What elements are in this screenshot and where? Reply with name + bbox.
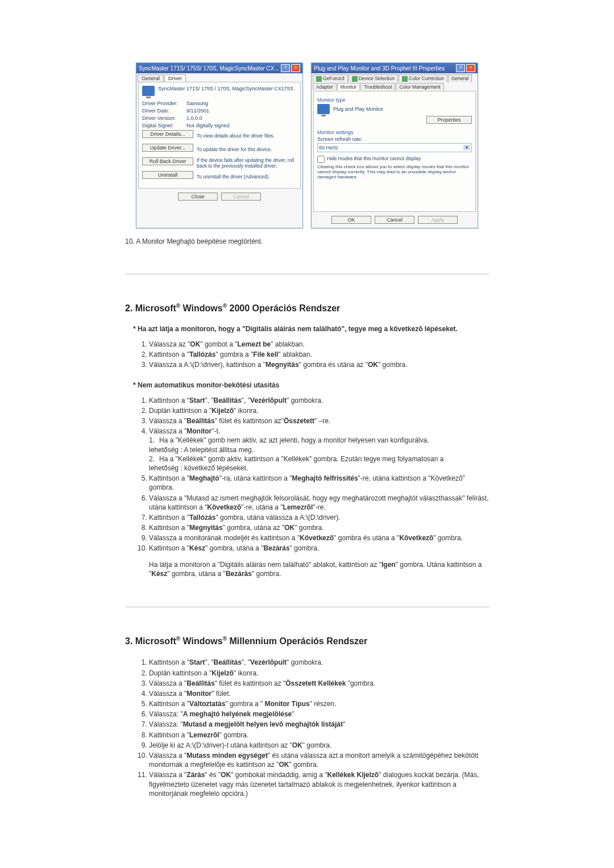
update-driver-button[interactable]: Update Driver...	[142, 144, 193, 152]
section-3-title: 3. Microsoft® Windows® Millennium Operác…	[125, 636, 489, 646]
monitor-pane: Monitor type Plug and Play Monitor Prope…	[313, 91, 476, 212]
nvidia-icon	[316, 76, 322, 82]
uninstall-button[interactable]: Uninstall	[142, 171, 193, 179]
tabs-right: GeForce3 Device Selection Color Correcti…	[312, 74, 478, 91]
section-2-title: 2. Microsoft® Windows® 2000 Operációs Re…	[125, 303, 489, 314]
dialog-footer-2: OK Cancel Apply	[313, 214, 476, 226]
help-icon[interactable]: ?	[281, 64, 290, 72]
cancel-button: Cancel	[221, 193, 261, 201]
provider-label: Driver Provider:	[142, 101, 186, 106]
tab-adapter[interactable]: Adapter	[313, 83, 337, 90]
rollback-driver-button[interactable]: Roll Back Driver	[142, 157, 193, 165]
list-item: Válassza: "Mutasd a megjelölt helyen lev…	[149, 720, 489, 729]
refresh-rate-select[interactable]: 60 Hertz ▾	[317, 143, 472, 152]
list-item: Kattintson a "Tallózás" gombra, utána vá…	[149, 513, 489, 522]
tab-color-management[interactable]: Color Management	[396, 83, 443, 90]
section-3-list: Kattintson a "Start", "Beállitás", "Vezé…	[136, 658, 489, 798]
separator	[125, 274, 489, 274]
list-item: Válassza a A:\(D:\driver), kattintson a …	[149, 360, 489, 369]
tab-geforce[interactable]: GeForce3	[313, 74, 348, 82]
properties-button[interactable]: Properties	[426, 116, 472, 124]
hide-modes-hint: Clearing this check box allows you to se…	[317, 164, 472, 180]
list-item: Válassza a monitorának modeljét és katti…	[149, 533, 489, 542]
signer-label: Digital Signer:	[142, 123, 186, 128]
dialog-title: SyncMaster 171S/ 175S/ 170S, MagicSyncMa…	[139, 65, 279, 72]
driver-details-button[interactable]: Driver Details...	[142, 130, 193, 138]
list-item: Duplán kattintson a "Kijelzõ" ikonra.	[149, 669, 489, 678]
list-item: Válassza a "Monitor"-t.1.Ha a "Kellékek"…	[149, 427, 489, 473]
list-item: Válassza: "A meghajtó helyének megjelölé…	[149, 710, 489, 719]
monitor-settings-label: Monitor settings	[317, 130, 472, 135]
titlebar: SyncMaster 171S/ 175S/ 170S, MagicSyncMa…	[136, 63, 302, 73]
refresh-value: 60 Hertz	[319, 145, 338, 151]
device-name: SyncMaster 171S/ 175S / 170S, MagicSyncM…	[158, 86, 293, 91]
monitor-name: Plug and Play Monitor	[333, 106, 383, 112]
list-item: Válassza a "Mutasd az ismert meghajtók f…	[149, 494, 489, 512]
list-item: Kattintson a "Tallózás" gombra a "File k…	[149, 350, 489, 359]
details-desc: To view details about the driver files.	[197, 133, 297, 139]
driver-pane: SyncMaster 171S/ 175S / 170S, MagicSyncM…	[138, 82, 301, 189]
section-2-note-1: * Ha azt látja a monitoron, hogy a "Digi…	[133, 325, 489, 333]
ok-button[interactable]: OK	[331, 216, 371, 224]
date-value: 9/11/2001	[186, 108, 209, 114]
nvidia-icon	[402, 76, 408, 82]
list-item: Kattintson a "Kész" gombra, utána a "Bez…	[149, 544, 489, 553]
list-item: Válassza a "Mutass minden egységet" és u…	[149, 751, 489, 769]
monitor-icon	[317, 104, 330, 114]
close-button[interactable]: Close	[178, 193, 218, 201]
tab-general[interactable]: General	[448, 74, 472, 82]
apply-button: Apply	[418, 216, 458, 224]
list-item: Kattintson a "Start", "Beállitás", "Vezé…	[149, 658, 489, 667]
tab-driver[interactable]: Driver	[164, 74, 186, 82]
dialog-title-2: Plug and Play Monitor and 3D Prophet III…	[314, 65, 445, 72]
list-item: Kattintson a "Lemezrõl" gombra.	[149, 731, 489, 740]
tab-monitor[interactable]: Monitor	[337, 83, 360, 90]
list-item: Válassza a "Beállitás" fület és kattints…	[149, 416, 489, 425]
help-icon[interactable]: ?	[456, 64, 465, 72]
list-item: Válassza a "Monitor" fület.	[149, 689, 489, 698]
list-item: Kattintson a "Start", "Beállitás", "Vezé…	[149, 396, 489, 405]
hide-modes-checkbox[interactable]	[317, 156, 325, 163]
separator	[125, 607, 489, 607]
version-value: 1.0.0.0	[186, 115, 202, 121]
monitor-icon	[142, 86, 155, 96]
list-item: Válassza a "Beállitás" fület és kattints…	[149, 679, 489, 688]
tab-general[interactable]: General	[138, 74, 164, 82]
section-2-list-2: Kattintson a "Start", "Beállitás", "Vezé…	[136, 396, 489, 553]
cancel-button[interactable]: Cancel	[375, 216, 414, 224]
list-item: Kattintson a "Változtatás" gombra a " Mo…	[149, 699, 489, 708]
monitor-properties-dialog: Plug and Play Monitor and 3D Prophet III…	[311, 62, 478, 228]
monitor-type-label: Monitor type	[317, 97, 472, 103]
list-item: Válassza az "OK" gombot a "Lemezt be" ab…	[149, 340, 489, 349]
close-icon[interactable]: ×	[466, 64, 475, 72]
date-label: Driver Date:	[142, 108, 186, 114]
page: SyncMaster 171S/ 175S/ 170S, MagicSyncMa…	[0, 0, 614, 833]
screenshot-row: SyncMaster 171S/ 175S/ 170S, MagicSyncMa…	[0, 0, 614, 228]
title-buttons-2: ? ×	[456, 64, 475, 72]
tab-device-selection[interactable]: Device Selection	[349, 74, 398, 82]
rollback-desc: If the device fails after updating the d…	[197, 157, 297, 169]
list-item: Kattintson a "Megnyitás" gombra, utána a…	[149, 523, 489, 532]
tab-color-correction[interactable]: Color Correction	[399, 74, 447, 82]
close-icon[interactable]: ×	[291, 64, 300, 72]
chevron-down-icon[interactable]: ▾	[463, 145, 470, 150]
driver-properties-dialog: SyncMaster 171S/ 175S/ 170S, MagicSyncMa…	[136, 62, 303, 228]
hide-modes-label: Hide modes that this monitor cannot disp…	[327, 156, 421, 161]
titlebar-2: Plug and Play Monitor and 3D Prophet III…	[312, 63, 478, 73]
list-item: Duplán kattintson a "Kijelzõ" ikonra.	[149, 406, 489, 415]
step-10: 10. A Monitor Meghajtó beépitése megtört…	[125, 237, 489, 245]
title-buttons: ? ×	[281, 64, 300, 72]
refresh-label: Screen refresh rate:	[317, 136, 472, 142]
provider-value: Samsung	[186, 101, 208, 106]
section-2-note-2: * Nem automatikus monitor-bekötési utasi…	[133, 381, 489, 389]
signer-value: Not digitally signed	[186, 123, 230, 128]
list-item: Válassza a "Zárás" és "OK" gombokat mind…	[149, 770, 489, 798]
version-label: Driver Version:	[142, 115, 186, 121]
section-2-list-1: Válassza az "OK" gombot a "Lemezt be" ab…	[136, 340, 489, 370]
tab-troubleshoot[interactable]: Troubleshoot	[360, 83, 395, 90]
nvidia-icon	[352, 76, 358, 82]
section-2-post: Ha látja a monitoron a "Digitális aláirá…	[149, 560, 489, 578]
list-item: Kattintson a "Meghajtó"-ra, utána kattin…	[149, 474, 489, 492]
tabs: General Driver	[136, 74, 302, 82]
list-item: Jelölje ki az A:\(D:\driver)-t utána kat…	[149, 741, 489, 750]
